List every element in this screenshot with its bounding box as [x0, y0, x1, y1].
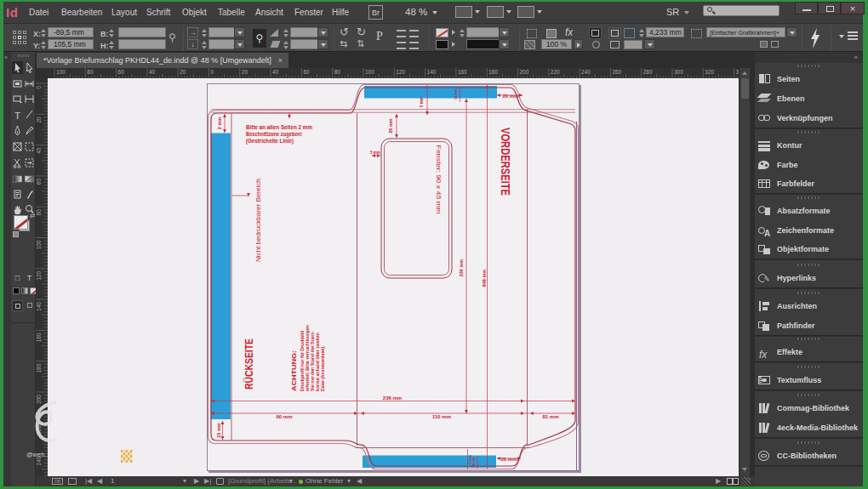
svg-text:ACHTUNG:: ACHTUNG:	[290, 350, 298, 391]
svg-text:180: 180	[488, 69, 498, 75]
svg-text:Datei (Ansteuerdatei).: Datei (Ansteuerdatei).	[320, 345, 325, 391]
svg-text:20 mm: 20 mm	[388, 118, 393, 134]
svg-text:VORDERSEITE: VORDERSEITE	[499, 128, 513, 196]
svg-text:81 mm: 81 mm	[542, 414, 558, 419]
svg-text:80: 80	[334, 69, 341, 75]
svg-text:Fenster: 90 x 45 mm: Fenster: 90 x 45 mm	[435, 145, 443, 214]
svg-text:2 mm: 2 mm	[217, 117, 222, 129]
svg-text:14 mm: 14 mm	[471, 457, 476, 468]
svg-text:Beschnittzone zugeben!: Beschnittzone zugeben!	[246, 131, 302, 138]
svg-text:300: 300	[674, 69, 683, 75]
svg-text:140: 140	[427, 69, 437, 75]
svg-text:60: 60	[36, 179, 42, 185]
svg-text:100: 100	[365, 69, 374, 75]
svg-text:120: 120	[36, 270, 42, 280]
svg-text:20: 20	[242, 69, 248, 75]
svg-text:20: 20	[180, 69, 186, 75]
svg-text:40: 40	[272, 69, 279, 75]
svg-text:320: 320	[705, 69, 714, 75]
svg-text:40: 40	[36, 147, 42, 154]
svg-text:RÜCKSEITE: RÜCKSEITE	[243, 338, 255, 389]
svg-text:100: 100	[56, 69, 66, 75]
svg-text:5 mm: 5 mm	[370, 151, 380, 155]
svg-text:Bitte an allen Seiten 2 mm: Bitte an allen Seiten 2 mm	[246, 124, 312, 130]
svg-text:180: 180	[36, 363, 42, 372]
svg-text:236 mm: 236 mm	[383, 395, 402, 401]
svg-text:200: 200	[520, 69, 529, 75]
svg-text:220: 220	[551, 69, 560, 75]
svg-text:80: 80	[87, 69, 94, 75]
svg-text:160: 160	[458, 69, 467, 75]
svg-text:20: 20	[36, 117, 42, 123]
svg-text:5 mm: 5 mm	[420, 97, 424, 107]
svg-text:100: 100	[36, 240, 42, 249]
svg-text:848 mm: 848 mm	[482, 270, 487, 287]
svg-text:140: 140	[36, 302, 42, 311]
svg-text:15 mm: 15 mm	[216, 423, 221, 438]
svg-text:0: 0	[211, 69, 214, 75]
svg-text:14 mm: 14 mm	[454, 88, 458, 100]
svg-text:60: 60	[118, 69, 125, 75]
svg-text:160: 160	[36, 333, 42, 342]
svg-text:60: 60	[303, 69, 310, 75]
svg-text:280: 280	[643, 69, 653, 75]
svg-text:(Gestrichelte Linie): (Gestrichelte Linie)	[246, 138, 294, 145]
svg-text:90 mm: 90 mm	[276, 414, 292, 419]
svg-text:40: 40	[149, 69, 156, 75]
svg-text:20 mm: 20 mm	[502, 94, 518, 99]
svg-text:120: 120	[396, 69, 405, 75]
svg-text:80: 80	[36, 209, 42, 216]
svg-text:240: 240	[581, 69, 591, 75]
svg-text:230 mm: 230 mm	[459, 259, 464, 277]
svg-text:Nicht bedruckbarer Bereich.: Nicht bedruckbarer Bereich.	[254, 177, 262, 262]
svg-text:260: 260	[612, 69, 621, 75]
svg-text:0: 0	[36, 86, 42, 89]
svg-text:20 mm: 20 mm	[500, 457, 517, 462]
svg-text:110 mm: 110 mm	[432, 414, 451, 419]
